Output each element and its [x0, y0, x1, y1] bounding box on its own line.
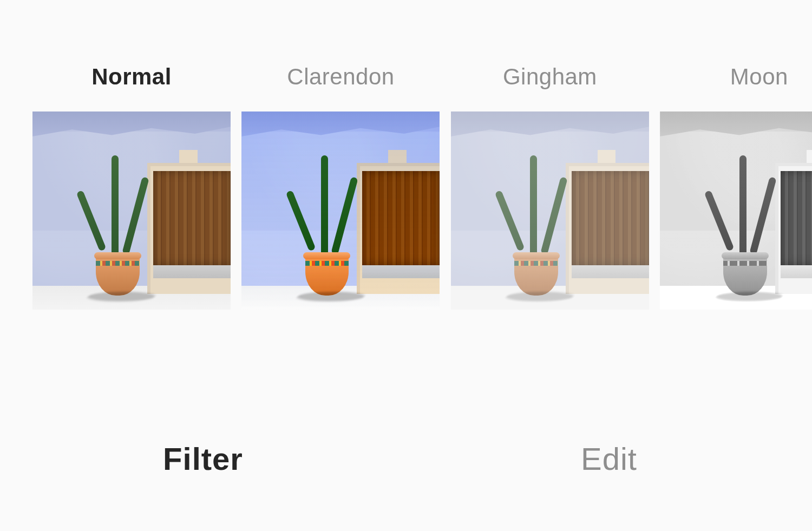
thumb-door — [153, 171, 231, 265]
thumb-door-frame — [357, 163, 440, 294]
thumb-door-frame — [147, 163, 231, 294]
thumb-door-sill — [781, 265, 812, 278]
thumb-cactus — [739, 155, 746, 258]
filter-item-clarendon[interactable]: Clarendon — [241, 64, 440, 310]
thumb-cactus — [112, 155, 119, 258]
thumb-door-frame — [566, 163, 649, 294]
thumb-door-chimney — [388, 150, 407, 163]
thumb-door-sill — [153, 265, 231, 278]
thumb-door-chimney — [179, 150, 198, 163]
thumb-pot-band — [514, 261, 558, 266]
thumb-pot-band — [305, 261, 349, 266]
thumb-door-frame — [775, 163, 812, 294]
thumb-pot-rim — [722, 252, 769, 259]
thumb-door-chimney — [807, 150, 812, 163]
thumb-pot-band — [723, 261, 767, 266]
filter-label: Clarendon — [241, 64, 440, 90]
tab-edit[interactable]: Edit — [406, 441, 812, 477]
thumb-door-chimney — [598, 150, 616, 163]
thumb-pot-rim — [513, 252, 560, 259]
filter-label: Moon — [660, 64, 812, 90]
filter-thumbnail[interactable] — [241, 112, 440, 310]
thumb-cactus — [530, 155, 537, 258]
thumb-door-sill — [572, 265, 649, 278]
filter-thumbnail[interactable] — [451, 112, 649, 310]
filter-thumbnail[interactable] — [32, 112, 231, 310]
thumb-door — [781, 171, 812, 265]
thumb-door-sill — [362, 265, 440, 278]
filter-item-moon[interactable]: Moon — [660, 64, 812, 310]
filter-strip[interactable]: Normal Clarendon — [0, 0, 812, 310]
thumb-cactus — [321, 155, 328, 258]
thumb-pot-rim — [303, 252, 350, 259]
filter-label: Normal — [32, 64, 231, 90]
thumb-pot-band — [96, 261, 140, 266]
tab-filter[interactable]: Filter — [0, 441, 406, 477]
thumb-pot-rim — [94, 252, 141, 259]
filter-thumbnail[interactable] — [660, 112, 812, 310]
bottom-tabs: Filter Edit — [0, 441, 812, 477]
thumb-door — [572, 171, 649, 265]
thumb-door — [362, 171, 440, 265]
filter-item-normal[interactable]: Normal — [32, 64, 231, 310]
filter-label: Gingham — [451, 64, 649, 90]
filter-item-gingham[interactable]: Gingham — [451, 64, 649, 310]
